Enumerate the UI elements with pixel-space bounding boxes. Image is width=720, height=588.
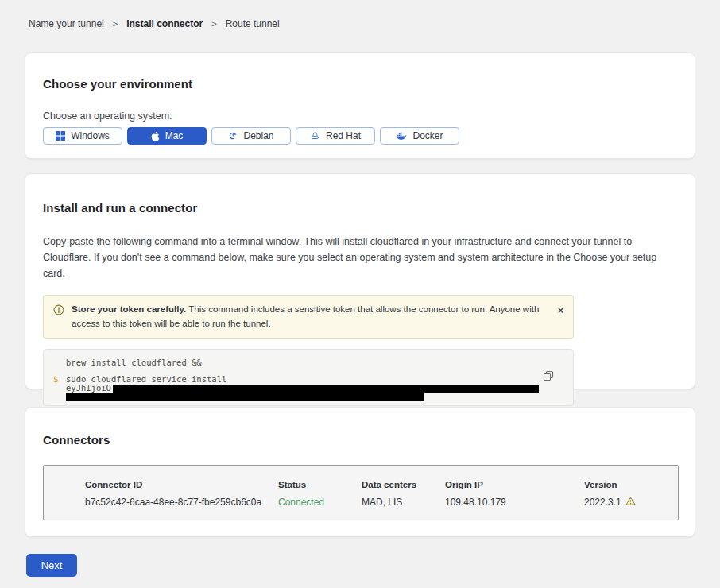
os-button-debian[interactable]: Debian	[211, 127, 291, 145]
column-header-connector-id: Connector ID	[85, 480, 278, 489]
os-button-mac[interactable]: Mac	[127, 127, 207, 145]
code-line-sudo: sudo cloudflared service install	[66, 375, 562, 385]
alert-close-button[interactable]: ×	[558, 306, 563, 315]
copy-command-button[interactable]	[543, 370, 554, 384]
os-select-label: Choose an operating system:	[43, 110, 677, 122]
column-header-version: Version	[584, 480, 678, 489]
origin-ip-value: 109.48.10.179	[445, 497, 584, 508]
column-header-origin-ip: Origin IP	[445, 480, 584, 489]
os-button-group: Windows Mac Debian	[43, 127, 677, 145]
install-description: Copy-paste the following command into a …	[43, 234, 674, 281]
os-button-label: Docker	[412, 130, 443, 141]
environment-card: Choose your environment Choose an operat…	[25, 52, 695, 159]
token-prefix: eyJhIjoiO	[66, 383, 111, 393]
breadcrumb: Name your tunnel > Install connector > R…	[29, 18, 280, 29]
token-warning-alert: Store your token carefully. This command…	[43, 295, 574, 339]
docker-icon	[396, 132, 407, 141]
connectors-card: Connectors Connector ID Status Data cent…	[25, 407, 695, 537]
shell-prompt: $	[53, 374, 58, 384]
connectors-table-header: Connector ID Status Data centers Origin …	[85, 480, 678, 489]
code-line-token: eyJhIjoiO	[66, 384, 562, 393]
alert-title: Store your token carefully.	[72, 304, 186, 314]
breadcrumb-item-route-tunnel[interactable]: Route tunnel	[226, 18, 280, 29]
version-number: 2022.3.1	[584, 497, 621, 508]
os-button-label: Windows	[71, 130, 110, 141]
os-button-label: Debian	[243, 130, 273, 141]
install-command-codeblock: brew install cloudflared && $ sudo cloud…	[43, 349, 574, 406]
data-centers-value: MAD, LIS	[362, 497, 445, 508]
next-button[interactable]: Next	[26, 554, 77, 577]
connectors-card-title: Connectors	[43, 433, 677, 447]
alert-text: Store your token carefully. This command…	[72, 303, 546, 331]
breadcrumb-item-name-your-tunnel[interactable]: Name your tunnel	[29, 18, 104, 29]
os-button-windows[interactable]: Windows	[43, 127, 122, 145]
os-button-label: Red Hat	[326, 130, 361, 141]
info-icon	[53, 304, 64, 319]
code-line-brew: brew install cloudflared &&	[66, 358, 562, 367]
connectors-table: Connector ID Status Data centers Origin …	[43, 465, 679, 520]
table-row: b7c52c42-6caa-48ee-8c77-fbe259cb6c0a Con…	[85, 497, 678, 508]
status-badge: Connected	[278, 497, 362, 508]
os-button-label: Mac	[165, 130, 184, 141]
apple-icon	[151, 131, 160, 141]
redacted-token-bar	[113, 385, 539, 393]
debian-icon	[228, 131, 238, 141]
environment-card-title: Choose your environment	[43, 77, 677, 91]
version-warning-icon	[625, 497, 636, 508]
column-header-status: Status	[278, 480, 362, 489]
connector-id-value: b7c52c42-6caa-48ee-8c77-fbe259cb6c0a	[85, 497, 278, 508]
breadcrumb-separator: >	[113, 19, 118, 29]
install-card-title: Install and run a connector	[43, 201, 677, 215]
windows-icon	[56, 131, 65, 141]
column-header-data-centers: Data centers	[362, 480, 445, 489]
os-button-docker[interactable]: Docker	[380, 127, 459, 145]
install-connector-card: Install and run a connector Copy-paste t…	[25, 173, 695, 389]
breadcrumb-separator: >	[211, 19, 216, 29]
os-button-redhat[interactable]: Red Hat	[296, 127, 375, 145]
breadcrumb-item-install-connector[interactable]: Install connector	[126, 18, 203, 29]
redacted-token-bar	[66, 393, 424, 401]
redhat-icon	[310, 131, 320, 141]
version-value: 2022.3.1	[584, 497, 678, 508]
